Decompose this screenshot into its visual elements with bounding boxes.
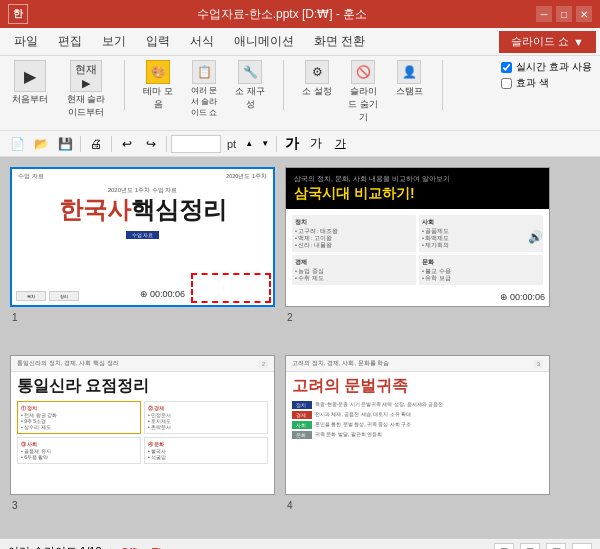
font-smaller-button[interactable]: 가 (305, 134, 327, 154)
window-title: 수업자료-한소.pptx [D:₩] - 훈소 (28, 6, 536, 23)
ribbon-sep-3 (442, 60, 443, 110)
ribbon-group-custom: 🔧 소 재구성 (233, 60, 267, 111)
view-grid4-button[interactable]: ⊞ (494, 543, 514, 550)
ribbon-right-options: 실시간 효과 사용 효과 색 (501, 60, 592, 90)
ribbon-from-start[interactable]: ▶ 처음부터 (8, 60, 52, 106)
slide1-number: 1 (12, 312, 18, 323)
size-up-button[interactable]: ▲ (242, 134, 256, 154)
ribbon-theme[interactable]: 🎨 테마 모음 (141, 60, 175, 111)
ribbon-group-stamp: 👤 스탬프 (392, 60, 426, 98)
menu-insert[interactable]: 입력 (136, 29, 180, 54)
ribbon-sep-2 (283, 60, 284, 110)
theme-icon: 🎨 (146, 60, 170, 84)
slide1-timer: ⊕ 00:00:06 (140, 289, 185, 299)
ribbon-multi-doc[interactable]: 📋 여러 문서 슬라이드 쇼 (187, 60, 221, 118)
save-button[interactable]: 💾 (54, 134, 76, 154)
ribbon-group-theme: 🎨 테마 모음 (141, 60, 175, 111)
slide-thumb-2[interactable]: 삼국의 정치, 문화, 사회 내용을 비교하여 알아보기 삼국시대 비교하기! … (285, 167, 550, 307)
theme-name[interactable]: Office Theme (120, 546, 186, 550)
ribbon-custom[interactable]: 🔧 소 재구성 (233, 60, 267, 111)
redo-button[interactable]: ↪ (140, 134, 162, 154)
slideshow-button[interactable]: 슬라이드 쇼 ▼ (499, 31, 596, 53)
slide1-date: 2020년도 1주차 (226, 173, 267, 180)
slide1-title: 한국사핵심정리 (12, 197, 273, 223)
menu-transition[interactable]: 화면 전환 (304, 29, 375, 54)
from-start-icon: ▶ (14, 60, 46, 92)
ribbon: ▶ 처음부터 현재▶ 현재 슬라이드부터 🎨 테마 모음 📋 여러 문서 슬라이… (0, 56, 600, 131)
slide3-content: 통일신라 요점정리 ① 정치 • 전제 왕권 강화 • 9주 5소경 • 상수리… (11, 372, 274, 468)
slide-thumb-4[interactable]: 고려의 정치, 경제, 사회, 문화를 학습 3 고려의 문벌귀족 정치 목종-… (285, 355, 550, 495)
menu-edit[interactable]: 편집 (48, 29, 92, 54)
menu-animation[interactable]: 애니메이션 (224, 29, 304, 54)
ribbon-group-start: ▶ 처음부터 (8, 60, 52, 106)
slides-row-2: 통일신라의 정치, 경제, 사회 핵심 정리 2 통일신라 요점정리 ① 정치 … (10, 355, 550, 513)
slide4-content: 고려의 문벌귀족 정치 목종-현종-문종 시기 문벌귀족 세력 성장, 음서제와… (286, 372, 549, 443)
toolbar: 📄 📂 💾 🖨 ↩ ↪ 0.0 pt ▲ ▼ 가 가 가 (0, 131, 600, 157)
ribbon-hide[interactable]: 🚫 슬라이드 숨기기 (346, 60, 380, 124)
slide4-header: 고려의 정치, 경제, 사회, 문화를 학습 3 (286, 356, 549, 372)
toolbar-sep-4 (276, 136, 277, 152)
slide-count-info: 여러 슬라이드 1/12 (8, 544, 102, 549)
title-bar: 한 수업자료-한소.pptx [D:₩] - 훈소 ─ □ ✕ (0, 0, 600, 28)
menu-format[interactable]: 서식 (180, 29, 224, 54)
slide4-number: 4 (287, 500, 293, 511)
slide-thumb-1[interactable]: 수업 자료 2020년도 1주차 2020년도 1주차 수업 자료 한국사핵심정… (10, 167, 275, 307)
status-right: ⊞ ⊟ ▤ ⤢ (494, 543, 592, 550)
main-canvas: 수업 자료 2020년도 1주차 2020년도 1주차 수업 자료 한국사핵심정… (0, 157, 600, 538)
size-down-button[interactable]: ▼ (258, 134, 272, 154)
slides-row-1: 수업 자료 2020년도 1주차 2020년도 1주차 수업 자료 한국사핵심정… (10, 167, 550, 325)
ribbon-group-current: 현재▶ 현재 슬라이드부터 (64, 60, 108, 119)
slide3-number: 3 (12, 500, 18, 511)
font-underline-button[interactable]: 가 (329, 134, 351, 154)
menu-view[interactable]: 보기 (92, 29, 136, 54)
slide2-content: 정치 • 고구려: 태조왕 • 백제: 고이왕 • 신라: 내물왕 사회 • 골… (286, 209, 549, 291)
slide2-header: 삼국의 정치, 문화, 사회 내용을 비교하여 알아보기 삼국시대 비교하기! (286, 168, 549, 209)
menu-bar: 파일 편집 보기 입력 서식 애니메이션 화면 전환 슬라이드 쇼 ▼ (0, 28, 600, 56)
slide2-number: 2 (287, 312, 293, 323)
open-button[interactable]: 📂 (30, 134, 52, 154)
hide-icon: 🚫 (351, 60, 375, 84)
app-logo: 한 (8, 4, 28, 24)
point-size-input[interactable]: 0.0 (171, 135, 221, 153)
status-bar: 여러 슬라이드 1/12 | Office Theme ⊞ ⊟ ▤ ⤢ (0, 538, 600, 549)
selection-box (191, 273, 271, 303)
slide1-tag: 수업 자료 (18, 173, 44, 180)
custom-icon: 🔧 (238, 60, 262, 84)
settings-icon: ⚙ (305, 60, 329, 84)
realtime-effect-checkbox[interactable] (501, 62, 512, 73)
ribbon-stamp[interactable]: 👤 스탬프 (392, 60, 426, 98)
maximize-button[interactable]: □ (556, 6, 572, 22)
point-unit: pt (223, 138, 240, 150)
minimize-button[interactable]: ─ (536, 6, 552, 22)
slide2-audio-icon: 🔊 (528, 230, 543, 244)
ribbon-from-current[interactable]: 현재▶ 현재 슬라이드부터 (64, 60, 108, 119)
from-current-icon: 현재▶ (70, 60, 102, 92)
slide-thumb-3[interactable]: 통일신라의 정치, 경제, 사회 핵심 정리 2 통일신라 요점정리 ① 정치 … (10, 355, 275, 495)
toolbar-sep-2 (111, 136, 112, 152)
ribbon-group-settings: ⚙ 소 설정 (300, 60, 334, 98)
toolbar-sep-1 (80, 136, 81, 152)
new-button[interactable]: 📄 (6, 134, 28, 154)
slide1-title-highlight: 한국사 (59, 196, 131, 223)
ribbon-checkbox-realtime[interactable]: 실시간 효과 사용 (501, 60, 592, 74)
font-larger-button[interactable]: 가 (281, 134, 303, 154)
ribbon-settings[interactable]: ⚙ 소 설정 (300, 60, 334, 98)
ribbon-checkbox-color[interactable]: 효과 색 (501, 76, 592, 90)
status-divider: | (110, 546, 113, 550)
multi-doc-icon: 📋 (192, 60, 216, 84)
print-button[interactable]: 🖨 (85, 134, 107, 154)
menu-file[interactable]: 파일 (4, 29, 48, 54)
slide1-bottom-bar: 목차 정리 (16, 291, 79, 301)
slide2-title: 삼국시대 비교하기! (294, 185, 541, 203)
ribbon-group-multi: 📋 여러 문서 슬라이드 쇼 (187, 60, 221, 118)
slide1-tag-bar: 수업 자료 (12, 227, 273, 239)
undo-button[interactable]: ↩ (116, 134, 138, 154)
view-fit-button[interactable]: ⤢ (572, 543, 592, 550)
ribbon-sep-1 (124, 60, 125, 110)
effect-color-checkbox[interactable] (501, 78, 512, 89)
window-controls: ─ □ ✕ (536, 6, 592, 22)
close-button[interactable]: ✕ (576, 6, 592, 22)
view-filmstrip-button[interactable]: ▤ (546, 543, 566, 550)
stamp-icon: 👤 (397, 60, 421, 84)
view-grid2-button[interactable]: ⊟ (520, 543, 540, 550)
